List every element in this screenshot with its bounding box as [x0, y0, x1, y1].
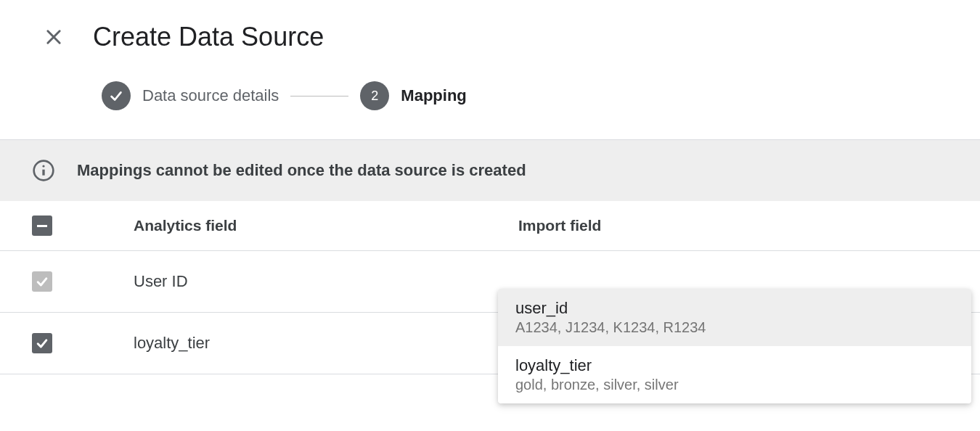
- step-connector: [290, 96, 348, 97]
- dialog-header: Create Data Source: [0, 0, 980, 81]
- dropdown-option-title: user_id: [515, 299, 954, 318]
- analytics-field-value: loyalty_tier: [134, 334, 518, 353]
- checkmark-icon: [35, 336, 49, 350]
- stepper: Data source details 2 Mapping: [0, 81, 980, 139]
- dropdown-option-subtitle: gold, bronze, silver, silver: [515, 377, 954, 393]
- dropdown-option[interactable]: loyalty_tier gold, bronze, silver, silve…: [498, 346, 971, 403]
- dropdown-option-title: loyalty_tier: [515, 356, 954, 375]
- close-icon: [44, 27, 64, 47]
- row-checkbox[interactable]: [32, 271, 52, 292]
- checkmark-icon: [108, 88, 124, 104]
- checkmark-icon: [35, 274, 49, 289]
- checkbox-col: [32, 333, 134, 353]
- step-2-label: Mapping: [401, 86, 466, 105]
- import-field-header: Import field: [518, 217, 948, 234]
- info-banner: Mappings cannot be edited once the data …: [0, 139, 980, 201]
- table-header: Analytics field Import field: [0, 201, 980, 251]
- svg-point-4: [42, 165, 44, 167]
- row-checkbox[interactable]: [32, 333, 52, 353]
- step-1-label: Data source details: [142, 86, 279, 105]
- import-field-dropdown: user_id A1234, J1234, K1234, R1234 loyal…: [498, 289, 971, 403]
- page-title: Create Data Source: [93, 22, 324, 52]
- info-icon: [32, 159, 55, 182]
- checkbox-header-col: [32, 216, 134, 236]
- dropdown-option-subtitle: A1234, J1234, K1234, R1234: [515, 319, 954, 336]
- step-2-circle: 2: [360, 81, 389, 110]
- analytics-field-header: Analytics field: [134, 217, 518, 234]
- step-2[interactable]: 2 Mapping: [360, 81, 466, 110]
- dropdown-option[interactable]: user_id A1234, J1234, K1234, R1234: [498, 289, 971, 346]
- checkbox-col: [32, 271, 134, 292]
- step-1-circle: [102, 81, 131, 110]
- step-1[interactable]: Data source details: [102, 81, 279, 110]
- analytics-field-value: User ID: [134, 272, 518, 291]
- info-banner-text: Mappings cannot be edited once the data …: [77, 161, 526, 180]
- close-button[interactable]: [44, 27, 64, 47]
- select-all-checkbox[interactable]: [32, 216, 52, 236]
